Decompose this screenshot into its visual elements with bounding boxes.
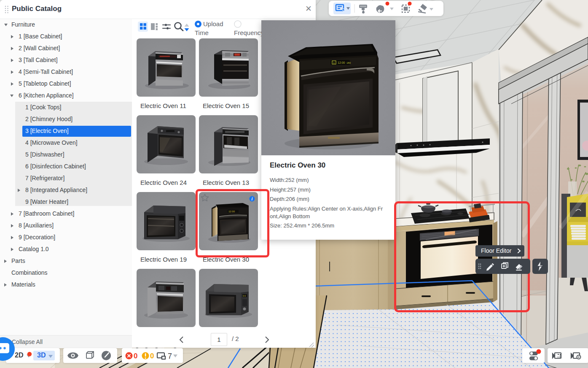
svg-text:Upload: Upload — [203, 20, 223, 27]
svg-text:Time: Time — [195, 29, 209, 36]
svg-text:0: 0 — [150, 352, 154, 360]
svg-text:180: 180 — [346, 62, 351, 64]
svg-text:Frequency: Frequency — [234, 29, 264, 36]
svg-text:0:0: 0:0 — [243, 295, 246, 297]
svg-text:0: 0 — [134, 352, 137, 360]
svg-text:7: 7 — [168, 352, 172, 360]
svg-text:12:00: 12:00 — [338, 61, 345, 64]
